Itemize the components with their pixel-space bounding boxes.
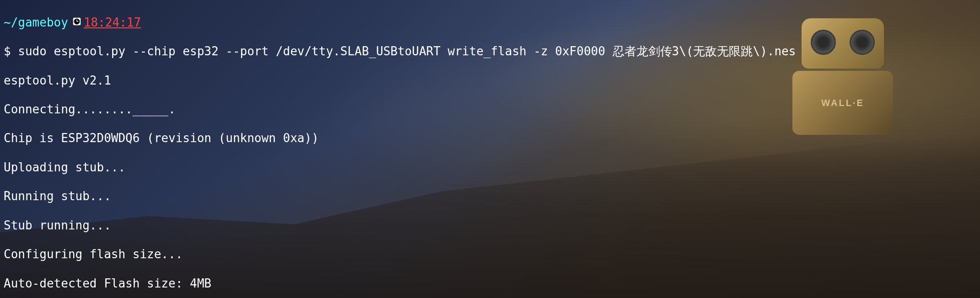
prompt-symbol: $	[4, 44, 18, 58]
output-line: Running stub...	[4, 189, 976, 204]
output-line: Configuring flash size...	[4, 247, 976, 262]
command-line: $ sudo esptool.py --chip esp32 --port /d…	[4, 44, 976, 59]
terminal-output[interactable]: ~/gameboy18:24:17 $ sudo esptool.py --ch…	[0, 0, 980, 298]
output-line: Auto-detected Flash size: 4MB	[4, 277, 976, 291]
prompt-line-header: ~/gameboy18:24:17	[4, 16, 976, 30]
output-line: Stub running...	[4, 218, 976, 233]
output-line: Chip is ESP32D0WDQ6 (revision (unknown 0…	[4, 131, 976, 146]
command-text: sudo esptool.py --chip esp32 --port /dev…	[18, 44, 796, 58]
prompt-path: ~/gameboy	[4, 16, 68, 30]
clock-icon	[72, 16, 82, 26]
output-line: esptool.py v2.1	[4, 74, 976, 88]
prompt-time: 18:24:17	[84, 16, 141, 30]
output-line: Uploading stub...	[4, 160, 976, 175]
output-line: Connecting........_____.	[4, 102, 976, 117]
